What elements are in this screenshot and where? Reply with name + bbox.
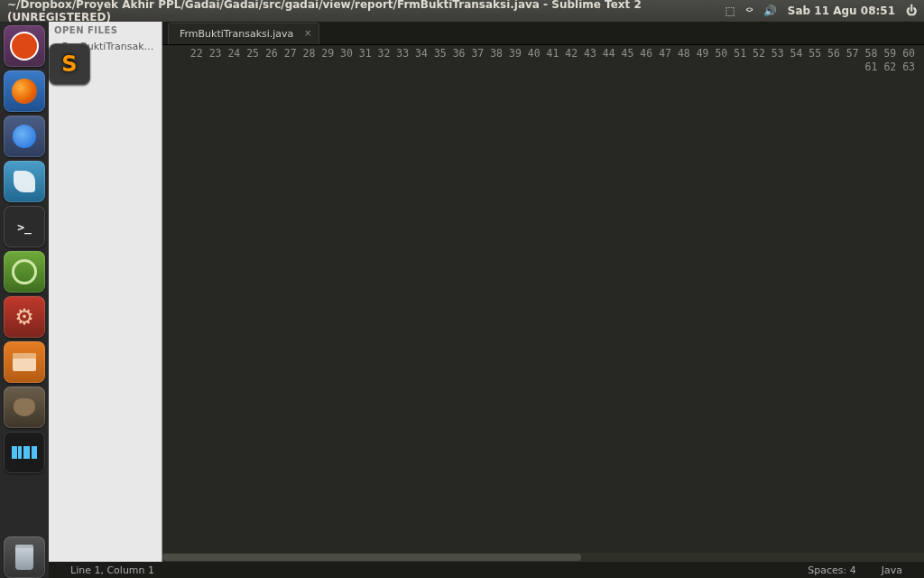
wifi-icon[interactable]: ⌔: [746, 5, 753, 17]
indicator-area: ⬚ ⌔ 🔊 Sab 11 Agu 08:51 ⏻: [725, 5, 917, 17]
power-icon[interactable]: ⏻: [906, 5, 917, 17]
sublime-window: OPEN FILES × FrmBuktiTransaksi.jav FrmBu…: [49, 22, 924, 578]
settings-icon[interactable]: [4, 296, 45, 338]
cursor-position[interactable]: Line 1, Column 1: [58, 564, 167, 576]
app-icon[interactable]: [4, 161, 45, 202]
sublime-icon[interactable]: [49, 43, 90, 85]
code-editor[interactable]: 22 23 24 25 26 27 28 29 30 31 32 33 34 3…: [162, 45, 924, 562]
status-bar: Line 1, Column 1 Spaces: 4 Java: [49, 562, 924, 578]
indent-setting[interactable]: Spaces: 4: [795, 564, 868, 576]
tab-close-icon[interactable]: ×: [304, 28, 311, 38]
dropbox-icon[interactable]: ⬚: [725, 5, 735, 17]
system-monitor-icon[interactable]: [4, 432, 45, 473]
line-gutter: 22 23 24 25 26 27 28 29 30 31 32 33 34 3…: [162, 45, 924, 562]
sidebar: OPEN FILES × FrmBuktiTransaksi.jav: [49, 22, 162, 562]
editor-area: FrmBuktiTransaksi.java × 22 23 24 25 26 …: [162, 22, 924, 562]
editor-tab[interactable]: FrmBuktiTransaksi.java ×: [168, 23, 319, 44]
scrollbar-thumb[interactable]: [162, 554, 581, 561]
files-icon[interactable]: [4, 341, 45, 383]
tab-bar: FrmBuktiTransaksi.java ×: [162, 22, 924, 45]
open-files-header: OPEN FILES: [49, 22, 162, 39]
dash-icon[interactable]: [4, 25, 45, 67]
thunderbird-icon[interactable]: [4, 116, 45, 157]
clock[interactable]: Sab 11 Agu 08:51: [788, 5, 895, 17]
trash-icon[interactable]: [4, 536, 45, 578]
unity-launcher: [0, 22, 49, 578]
firefox-icon[interactable]: [4, 70, 45, 112]
horizontal-scrollbar[interactable]: [162, 553, 924, 562]
terminal-icon[interactable]: [4, 206, 45, 247]
gimp-icon[interactable]: [4, 387, 45, 428]
syntax-setting[interactable]: Java: [869, 564, 915, 576]
app2-icon[interactable]: [4, 251, 45, 293]
volume-icon[interactable]: 🔊: [763, 5, 777, 17]
ubuntu-top-panel: ~/Dropbox/Proyek Akhir PPL/Gadai/Gadai/s…: [0, 0, 924, 22]
window-title: ~/Dropbox/Proyek Akhir PPL/Gadai/Gadai/s…: [7, 0, 725, 23]
tab-label: FrmBuktiTransaksi.java: [180, 28, 293, 40]
